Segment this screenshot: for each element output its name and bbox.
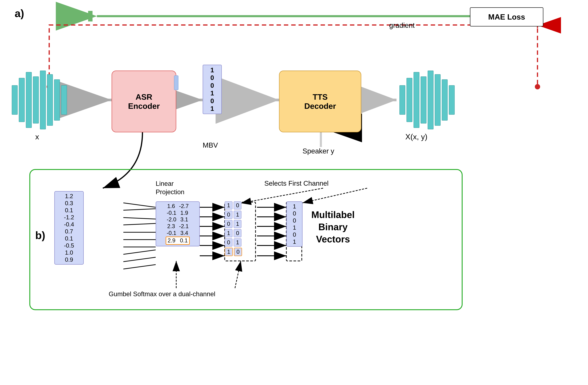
bp-row-1: 1 0 xyxy=(225,201,242,209)
pm-r5c1: -0.1 xyxy=(167,230,176,236)
mbv-val-1: 1 xyxy=(210,67,214,74)
bp-r3c2: 1 xyxy=(234,220,241,228)
mae-loss-box: MAE Loss xyxy=(470,7,543,26)
iv-4: -1.2 xyxy=(64,214,74,221)
pm-r3c1: -2.0 xyxy=(167,216,176,223)
speaker-y-label: Speaker y xyxy=(302,147,334,155)
pm-row-3: -2.0 3.1 xyxy=(167,216,189,223)
pm-row-6-orange: 2.9 0.1 xyxy=(166,237,190,245)
fc-6: 1 xyxy=(293,238,296,245)
bp-row-5: 0 1 xyxy=(225,238,242,247)
pm-r4c1: 2.3 xyxy=(167,223,175,230)
iv-3: 0.1 xyxy=(65,207,73,214)
mbv-val-4: 1 xyxy=(210,90,214,97)
selects-first-channel-label: Selects First Channel xyxy=(264,179,329,187)
pm-r3c2: 3.1 xyxy=(180,216,189,223)
mbv-val-3: 0 xyxy=(210,82,214,89)
asr-encoder-tab xyxy=(174,75,178,90)
tts-decoder-label: TTS Decoder xyxy=(304,92,336,111)
mbv-val-5: 0 xyxy=(210,97,214,105)
gumbel-softmax-label: Gumbel Softmax over a dual-channel xyxy=(109,290,215,298)
section-b-box xyxy=(29,169,462,310)
bp-r5c1: 0 xyxy=(225,238,232,247)
iv-1: 1.2 xyxy=(65,193,73,200)
bp-r1c1: 1 xyxy=(225,201,232,209)
input-vector: 1.2 0.3 0.1 -1.2 -0.4 0.7 0.1 -0.5 1.0 0… xyxy=(54,191,84,265)
bp-row-4: 1 0 xyxy=(225,229,242,237)
pm-row-5: -0.1 3.4 xyxy=(167,230,189,236)
pm-row-4: 2.3 -2.1 xyxy=(167,223,189,230)
iv-10: 0.9 xyxy=(65,256,73,263)
bp-r5c2: 1 xyxy=(234,238,241,247)
fc-2: 0 xyxy=(293,210,296,217)
tts-decoder-box: TTS Decoder xyxy=(279,70,361,132)
proj-matrix: 1.6 -2.7 -0.1 1.9 -2.0 3.1 2.3 -2.1 -0.1… xyxy=(156,201,200,246)
gradient-label: gradient xyxy=(389,21,415,29)
bp-row-2: 0 1 xyxy=(225,211,242,219)
fc-1: 1 xyxy=(293,203,296,210)
multilabel-binary-vectors-label: Multilabel Binary Vectors xyxy=(311,209,355,246)
fc-4: 1 xyxy=(293,224,296,231)
output-waveform xyxy=(399,70,455,129)
bp-r4c1: 1 xyxy=(225,229,232,237)
iv-5: -0.4 xyxy=(64,221,74,228)
pm-r4c2: -2.1 xyxy=(179,223,189,230)
bp-r1c2: 0 xyxy=(234,201,241,209)
iv-6: 0.7 xyxy=(65,228,73,235)
bp-r3c1: 0 xyxy=(225,220,232,228)
section-a-label: a) xyxy=(15,7,24,19)
pm-r1c1: 1.6 xyxy=(167,203,175,209)
mbv-val-6: 1 xyxy=(210,105,214,112)
iv-2: 0.3 xyxy=(65,200,73,206)
output-label: X(x, y) xyxy=(405,132,427,141)
input-x-label: x xyxy=(35,132,39,141)
mbv-label: MBV xyxy=(203,141,218,149)
bp-r2c2: 1 xyxy=(234,211,241,219)
mbv-val-2: 0 xyxy=(210,74,214,81)
pm-r1c2: -2.7 xyxy=(179,203,189,209)
diagram: a) MAE Loss gradient x ASR Encoder 1 0 0… xyxy=(0,0,588,385)
pm-r2c2: 1.9 xyxy=(180,210,189,216)
pm-row-1: 1.6 -2.7 xyxy=(167,203,189,209)
bp-row-3: 0 1 xyxy=(225,220,242,228)
bp-r6c2-orange: 0 xyxy=(234,248,242,256)
pm-row-2: -0.1 1.9 xyxy=(167,210,189,216)
pm-r6c1: 2.9 xyxy=(167,237,176,244)
bp-r4c2: 0 xyxy=(234,229,241,237)
final-col: 1 0 0 1 0 1 xyxy=(286,201,302,247)
svg-point-12 xyxy=(535,84,540,89)
pm-r2c1: -0.1 xyxy=(167,210,176,216)
section-b-label: b) xyxy=(35,229,45,241)
bp-row-6: 1 0 xyxy=(225,248,242,256)
bp-r6c1-orange: 1 xyxy=(225,248,233,256)
asr-encoder-box: ASR Encoder xyxy=(112,70,176,132)
binary-pair-container: 1 0 0 1 0 1 1 0 0 1 1 0 xyxy=(225,201,242,256)
iv-7: 0.1 xyxy=(65,235,73,242)
input-waveform xyxy=(12,70,67,129)
fc-5: 0 xyxy=(293,231,296,238)
asr-encoder-label: ASR Encoder xyxy=(128,92,160,111)
iv-8: -0.5 xyxy=(64,242,74,249)
mbv-vector: 1 0 0 1 0 1 xyxy=(203,65,222,114)
bp-r2c1: 0 xyxy=(225,211,232,219)
iv-9: 1.0 xyxy=(65,249,73,256)
pm-r6c2: 0.1 xyxy=(179,237,188,244)
fc-3: 0 xyxy=(293,217,296,224)
pm-r5c2: 3.4 xyxy=(180,230,189,236)
linear-projection-label: Linear Projection xyxy=(156,179,185,196)
svg-rect-10 xyxy=(88,11,92,22)
